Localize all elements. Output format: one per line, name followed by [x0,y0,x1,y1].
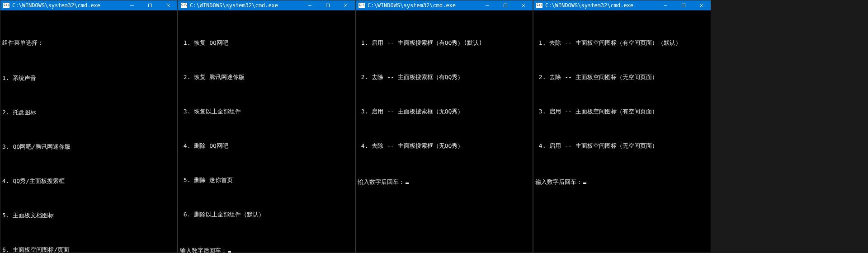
window-title: C:\WINDOWS\system32\cmd.exe [190,2,301,9]
minimize-button[interactable] [123,0,141,10]
maximize-button[interactable] [675,0,693,10]
titlebar-buttons [123,0,177,10]
titlebar[interactable]: C:\WINDOWS\system32\cmd.exe [178,0,355,10]
menu-item: 1. 启用 -- 主面板搜索框（有QQ秀）(默认) [358,37,531,48]
close-button[interactable] [693,0,711,10]
menu-item: 3. 启用 -- 主面板搜索框（无QQ秀） [358,106,531,117]
close-button[interactable] [514,0,533,10]
window-title: C:\WINDOWS\system32\cmd.exe [12,2,123,9]
close-button[interactable] [337,0,355,10]
window-title: C:\WINDOWS\system32\cmd.exe [545,2,656,9]
minimize-button[interactable] [478,0,496,10]
cursor-icon [406,183,409,184]
titlebar[interactable]: C:\WINDOWS\system32\cmd.exe [0,0,177,10]
prompt-text: 输入数字后回车： [535,178,582,185]
input-prompt: 输入数字后回车： [358,176,531,187]
menu-header: 组件菜单选择： [2,37,175,48]
titlebar[interactable]: C:\WINDOWS\system32\cmd.exe [533,0,711,10]
svg-rect-13 [682,4,685,7]
menu-item: 3. 启用 -- 主面板空间图标（有空间页面） [535,106,709,117]
console-content[interactable]: 1. 去除 -- 主面板空间图标（有空间页面）（默认） 2. 去除 -- 主面板… [533,10,711,253]
menu-item: 5. 删除 迷你首页 [180,174,353,186]
menu-item: 5. 主面板文档图标 [2,210,175,221]
titlebar[interactable]: C:\WINDOWS\system32\cmd.exe [356,0,533,10]
cursor-icon [583,183,586,184]
svg-rect-5 [326,4,330,7]
menu-item: 4. QQ秀/主面板搜索框 [2,175,175,187]
cmd-icon [181,3,187,8]
menu-item: 4. 去除 -- 主面板搜索框（无QQ秀） [358,140,531,151]
cursor-icon [228,251,231,253]
menu-item: 6. 主面板空间图标/页面 [2,244,175,253]
window-title: C:\WINDOWS\system32\cmd.exe [368,2,478,9]
menu-item: 1. 系统声音 [2,72,175,84]
console-content[interactable]: 组件菜单选择： 1. 系统声音 2. 托盘图标 3. QQ网吧/腾讯网迷你版 4… [0,10,177,253]
menu-item: 1. 去除 -- 主面板空间图标（有空间页面）（默认） [535,37,709,48]
minimize-button[interactable] [301,0,319,10]
menu-item: 2. 恢复 腾讯网迷你版 [180,71,353,83]
close-button[interactable] [159,0,177,10]
input-prompt: 输入数字后回车： [180,245,353,253]
menu-item: 2. 去除 -- 主面板空间图标（无空间页面） [535,71,709,83]
console-content[interactable]: 1. 恢复 QQ网吧 2. 恢复 腾讯网迷你版 3. 恢复以上全部组件 4. 删… [178,10,355,253]
maximize-button[interactable] [319,0,337,10]
maximize-button[interactable] [141,0,159,10]
menu-item: 6. 删除以上全部组件（默认） [180,209,353,220]
prompt-text: 输入数字后回车： [180,247,227,253]
maximize-button[interactable] [496,0,514,10]
console-content[interactable]: 1. 启用 -- 主面板搜索框（有QQ秀）(默认) 2. 去除 -- 主面板搜索… [356,10,533,253]
cmd-icon [536,3,542,8]
cmd-window-2: C:\WINDOWS\system32\cmd.exe 1. 恢复 QQ网吧 2… [178,0,355,253]
menu-item: 1. 恢复 QQ网吧 [180,37,353,48]
minimize-button[interactable] [656,0,675,10]
titlebar-buttons [301,0,355,10]
svg-rect-9 [504,4,507,7]
cmd-window-3: C:\WINDOWS\system32\cmd.exe 1. 启用 -- 主面板… [355,0,533,253]
menu-item: 3. 恢复以上全部组件 [180,106,353,117]
cmd-icon [3,3,9,8]
cmd-icon [359,3,365,8]
menu-item: 4. 删除 QQ网吧 [180,140,353,151]
cmd-window-4: C:\WINDOWS\system32\cmd.exe 1. 去除 -- 主面板… [533,0,711,253]
menu-item: 2. 去除 -- 主面板搜索框（有QQ秀） [358,71,531,83]
titlebar-buttons [478,0,533,10]
cmd-window-1: C:\WINDOWS\system32\cmd.exe 组件菜单选择： 1. 系… [0,0,178,253]
input-prompt: 输入数字后回车： [535,176,709,187]
prompt-text: 输入数字后回车： [358,178,405,185]
menu-item: 2. 托盘图标 [2,107,175,118]
svg-rect-1 [149,4,152,7]
menu-item: 4. 启用 -- 主面板空间图标（无空间页面） [535,140,709,151]
titlebar-buttons [656,0,711,10]
menu-item: 3. QQ网吧/腾讯网迷你版 [2,141,175,152]
